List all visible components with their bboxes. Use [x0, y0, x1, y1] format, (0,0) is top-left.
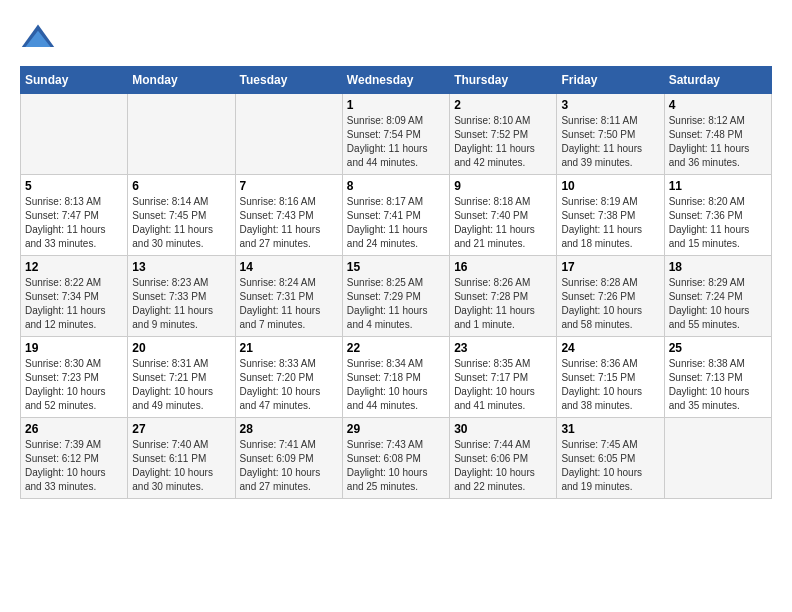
calendar-cell: 9Sunrise: 8:18 AM Sunset: 7:40 PM Daylig…: [450, 175, 557, 256]
logo-icon: [20, 20, 56, 56]
calendar-cell: 23Sunrise: 8:35 AM Sunset: 7:17 PM Dayli…: [450, 337, 557, 418]
day-info: Sunrise: 8:22 AM Sunset: 7:34 PM Dayligh…: [25, 276, 123, 332]
calendar-cell: 27Sunrise: 7:40 AM Sunset: 6:11 PM Dayli…: [128, 418, 235, 499]
day-info: Sunrise: 8:19 AM Sunset: 7:38 PM Dayligh…: [561, 195, 659, 251]
day-info: Sunrise: 8:10 AM Sunset: 7:52 PM Dayligh…: [454, 114, 552, 170]
calendar-cell: 31Sunrise: 7:45 AM Sunset: 6:05 PM Dayli…: [557, 418, 664, 499]
day-info: Sunrise: 7:40 AM Sunset: 6:11 PM Dayligh…: [132, 438, 230, 494]
day-number: 2: [454, 98, 552, 112]
day-number: 25: [669, 341, 767, 355]
day-info: Sunrise: 8:23 AM Sunset: 7:33 PM Dayligh…: [132, 276, 230, 332]
weekday-friday: Friday: [557, 67, 664, 94]
calendar-cell: 20Sunrise: 8:31 AM Sunset: 7:21 PM Dayli…: [128, 337, 235, 418]
calendar-cell: 7Sunrise: 8:16 AM Sunset: 7:43 PM Daylig…: [235, 175, 342, 256]
day-number: 24: [561, 341, 659, 355]
calendar-cell: 28Sunrise: 7:41 AM Sunset: 6:09 PM Dayli…: [235, 418, 342, 499]
calendar-cell: [21, 94, 128, 175]
calendar-cell: 1Sunrise: 8:09 AM Sunset: 7:54 PM Daylig…: [342, 94, 449, 175]
week-row-2: 5Sunrise: 8:13 AM Sunset: 7:47 PM Daylig…: [21, 175, 772, 256]
day-info: Sunrise: 8:09 AM Sunset: 7:54 PM Dayligh…: [347, 114, 445, 170]
day-number: 20: [132, 341, 230, 355]
day-info: Sunrise: 8:30 AM Sunset: 7:23 PM Dayligh…: [25, 357, 123, 413]
day-info: Sunrise: 8:25 AM Sunset: 7:29 PM Dayligh…: [347, 276, 445, 332]
day-info: Sunrise: 8:17 AM Sunset: 7:41 PM Dayligh…: [347, 195, 445, 251]
day-number: 1: [347, 98, 445, 112]
day-number: 15: [347, 260, 445, 274]
day-info: Sunrise: 8:20 AM Sunset: 7:36 PM Dayligh…: [669, 195, 767, 251]
day-info: Sunrise: 7:45 AM Sunset: 6:05 PM Dayligh…: [561, 438, 659, 494]
day-info: Sunrise: 8:29 AM Sunset: 7:24 PM Dayligh…: [669, 276, 767, 332]
weekday-thursday: Thursday: [450, 67, 557, 94]
day-number: 11: [669, 179, 767, 193]
day-number: 5: [25, 179, 123, 193]
day-number: 3: [561, 98, 659, 112]
calendar-cell: 24Sunrise: 8:36 AM Sunset: 7:15 PM Dayli…: [557, 337, 664, 418]
week-row-3: 12Sunrise: 8:22 AM Sunset: 7:34 PM Dayli…: [21, 256, 772, 337]
calendar-cell: 21Sunrise: 8:33 AM Sunset: 7:20 PM Dayli…: [235, 337, 342, 418]
day-number: 22: [347, 341, 445, 355]
week-row-1: 1Sunrise: 8:09 AM Sunset: 7:54 PM Daylig…: [21, 94, 772, 175]
day-info: Sunrise: 8:12 AM Sunset: 7:48 PM Dayligh…: [669, 114, 767, 170]
calendar-cell: 18Sunrise: 8:29 AM Sunset: 7:24 PM Dayli…: [664, 256, 771, 337]
day-number: 18: [669, 260, 767, 274]
week-row-4: 19Sunrise: 8:30 AM Sunset: 7:23 PM Dayli…: [21, 337, 772, 418]
day-info: Sunrise: 7:43 AM Sunset: 6:08 PM Dayligh…: [347, 438, 445, 494]
calendar-cell: 6Sunrise: 8:14 AM Sunset: 7:45 PM Daylig…: [128, 175, 235, 256]
day-info: Sunrise: 7:39 AM Sunset: 6:12 PM Dayligh…: [25, 438, 123, 494]
day-info: Sunrise: 8:24 AM Sunset: 7:31 PM Dayligh…: [240, 276, 338, 332]
calendar-cell: 10Sunrise: 8:19 AM Sunset: 7:38 PM Dayli…: [557, 175, 664, 256]
calendar-cell: 14Sunrise: 8:24 AM Sunset: 7:31 PM Dayli…: [235, 256, 342, 337]
day-info: Sunrise: 8:34 AM Sunset: 7:18 PM Dayligh…: [347, 357, 445, 413]
weekday-sunday: Sunday: [21, 67, 128, 94]
day-number: 21: [240, 341, 338, 355]
weekday-monday: Monday: [128, 67, 235, 94]
day-number: 19: [25, 341, 123, 355]
day-number: 16: [454, 260, 552, 274]
day-info: Sunrise: 8:33 AM Sunset: 7:20 PM Dayligh…: [240, 357, 338, 413]
day-info: Sunrise: 8:13 AM Sunset: 7:47 PM Dayligh…: [25, 195, 123, 251]
calendar-cell: [128, 94, 235, 175]
calendar-cell: 26Sunrise: 7:39 AM Sunset: 6:12 PM Dayli…: [21, 418, 128, 499]
day-number: 17: [561, 260, 659, 274]
day-number: 12: [25, 260, 123, 274]
day-info: Sunrise: 8:16 AM Sunset: 7:43 PM Dayligh…: [240, 195, 338, 251]
calendar-cell: 15Sunrise: 8:25 AM Sunset: 7:29 PM Dayli…: [342, 256, 449, 337]
day-number: 31: [561, 422, 659, 436]
day-number: 7: [240, 179, 338, 193]
calendar-cell: 25Sunrise: 8:38 AM Sunset: 7:13 PM Dayli…: [664, 337, 771, 418]
calendar-cell: [235, 94, 342, 175]
day-number: 10: [561, 179, 659, 193]
calendar-body: 1Sunrise: 8:09 AM Sunset: 7:54 PM Daylig…: [21, 94, 772, 499]
day-number: 9: [454, 179, 552, 193]
day-number: 30: [454, 422, 552, 436]
day-info: Sunrise: 8:26 AM Sunset: 7:28 PM Dayligh…: [454, 276, 552, 332]
day-info: Sunrise: 8:36 AM Sunset: 7:15 PM Dayligh…: [561, 357, 659, 413]
calendar-cell: 12Sunrise: 8:22 AM Sunset: 7:34 PM Dayli…: [21, 256, 128, 337]
weekday-header-row: SundayMondayTuesdayWednesdayThursdayFrid…: [21, 67, 772, 94]
calendar-cell: 30Sunrise: 7:44 AM Sunset: 6:06 PM Dayli…: [450, 418, 557, 499]
weekday-saturday: Saturday: [664, 67, 771, 94]
calendar-cell: 11Sunrise: 8:20 AM Sunset: 7:36 PM Dayli…: [664, 175, 771, 256]
calendar-cell: 3Sunrise: 8:11 AM Sunset: 7:50 PM Daylig…: [557, 94, 664, 175]
calendar-header: SundayMondayTuesdayWednesdayThursdayFrid…: [21, 67, 772, 94]
calendar-cell: 4Sunrise: 8:12 AM Sunset: 7:48 PM Daylig…: [664, 94, 771, 175]
calendar-cell: 29Sunrise: 7:43 AM Sunset: 6:08 PM Dayli…: [342, 418, 449, 499]
day-info: Sunrise: 8:31 AM Sunset: 7:21 PM Dayligh…: [132, 357, 230, 413]
week-row-5: 26Sunrise: 7:39 AM Sunset: 6:12 PM Dayli…: [21, 418, 772, 499]
day-number: 4: [669, 98, 767, 112]
weekday-tuesday: Tuesday: [235, 67, 342, 94]
calendar-cell: 19Sunrise: 8:30 AM Sunset: 7:23 PM Dayli…: [21, 337, 128, 418]
calendar-cell: 17Sunrise: 8:28 AM Sunset: 7:26 PM Dayli…: [557, 256, 664, 337]
day-number: 8: [347, 179, 445, 193]
day-info: Sunrise: 7:41 AM Sunset: 6:09 PM Dayligh…: [240, 438, 338, 494]
day-info: Sunrise: 8:11 AM Sunset: 7:50 PM Dayligh…: [561, 114, 659, 170]
logo: [20, 20, 62, 56]
day-number: 29: [347, 422, 445, 436]
calendar-cell: 16Sunrise: 8:26 AM Sunset: 7:28 PM Dayli…: [450, 256, 557, 337]
day-number: 6: [132, 179, 230, 193]
day-info: Sunrise: 8:14 AM Sunset: 7:45 PM Dayligh…: [132, 195, 230, 251]
day-info: Sunrise: 8:38 AM Sunset: 7:13 PM Dayligh…: [669, 357, 767, 413]
day-info: Sunrise: 8:28 AM Sunset: 7:26 PM Dayligh…: [561, 276, 659, 332]
page-header: [20, 20, 772, 56]
day-number: 28: [240, 422, 338, 436]
